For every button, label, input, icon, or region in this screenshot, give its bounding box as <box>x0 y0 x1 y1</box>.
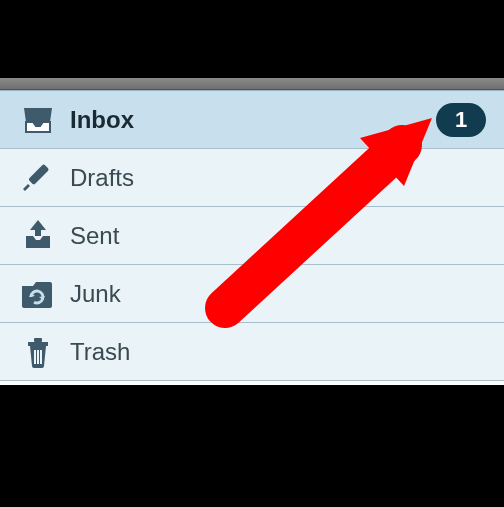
folder-list: Inbox 1 Drafts Sent <box>0 90 504 381</box>
folder-inbox[interactable]: Inbox 1 <box>0 91 504 149</box>
recycle-folder-icon <box>14 278 62 310</box>
folder-label: Inbox <box>70 106 436 134</box>
svg-rect-0 <box>28 163 49 184</box>
window-titlebar <box>0 78 504 90</box>
svg-marker-1 <box>23 184 30 191</box>
folder-label: Sent <box>70 222 486 250</box>
folder-label: Junk <box>70 280 486 308</box>
folder-junk[interactable]: Junk <box>0 265 504 323</box>
folder-sent[interactable]: Sent <box>0 207 504 265</box>
outbox-icon <box>14 218 62 254</box>
svg-rect-4 <box>28 342 48 346</box>
unread-count-badge: 1 <box>436 103 486 137</box>
mail-folder-list: Inbox 1 Drafts Sent <box>0 78 504 385</box>
folder-drafts[interactable]: Drafts <box>0 149 504 207</box>
pencil-icon <box>14 161 62 195</box>
folder-label: Trash <box>70 338 486 366</box>
inbox-icon <box>14 102 62 138</box>
svg-rect-5 <box>34 338 42 342</box>
trash-icon <box>14 334 62 370</box>
folder-trash[interactable]: Trash <box>0 323 504 381</box>
folder-label: Drafts <box>70 164 486 192</box>
